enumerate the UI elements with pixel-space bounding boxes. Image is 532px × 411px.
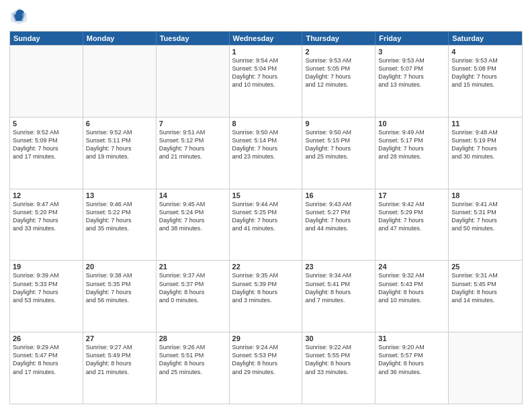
cal-cell: 25Sunrise: 9:31 AM Sunset: 5:45 PM Dayli… [449, 261, 522, 332]
day-info: Sunrise: 9:31 AM Sunset: 5:45 PM Dayligh… [451, 271, 519, 304]
day-number: 23 [305, 263, 372, 271]
day-info: Sunrise: 9:47 AM Sunset: 5:20 PM Dayligh… [13, 200, 80, 233]
header-day-monday: Monday [83, 32, 157, 45]
cal-cell: 30Sunrise: 9:22 AM Sunset: 5:55 PM Dayli… [302, 332, 375, 404]
day-info: Sunrise: 9:37 AM Sunset: 5:37 PM Dayligh… [159, 271, 226, 304]
cal-cell: 11Sunrise: 9:48 AM Sunset: 5:19 PM Dayli… [449, 118, 522, 189]
day-number: 7 [159, 120, 226, 128]
day-number: 24 [378, 263, 445, 271]
day-info: Sunrise: 9:26 AM Sunset: 5:51 PM Dayligh… [159, 343, 226, 376]
week-row-2: 12Sunrise: 9:47 AM Sunset: 5:20 PM Dayli… [10, 189, 522, 261]
day-info: Sunrise: 9:53 AM Sunset: 5:08 PM Dayligh… [451, 56, 519, 89]
cal-cell: 7Sunrise: 9:51 AM Sunset: 5:12 PM Daylig… [157, 118, 230, 189]
day-number: 2 [305, 48, 372, 56]
day-info: Sunrise: 9:46 AM Sunset: 5:22 PM Dayligh… [86, 200, 153, 233]
cal-cell [83, 46, 157, 117]
day-number: 10 [378, 120, 445, 128]
day-number: 19 [13, 263, 80, 271]
day-number: 18 [451, 191, 519, 199]
day-info: Sunrise: 9:22 AM Sunset: 5:55 PM Dayligh… [305, 343, 372, 376]
calendar-body: 1Sunrise: 9:54 AM Sunset: 5:04 PM Daylig… [10, 45, 522, 404]
cal-cell: 22Sunrise: 9:35 AM Sunset: 5:39 PM Dayli… [230, 261, 303, 332]
day-info: Sunrise: 9:51 AM Sunset: 5:12 PM Dayligh… [159, 128, 226, 161]
cal-cell: 28Sunrise: 9:26 AM Sunset: 5:51 PM Dayli… [157, 332, 230, 404]
day-number: 20 [86, 263, 153, 271]
day-info: Sunrise: 9:53 AM Sunset: 5:05 PM Dayligh… [305, 56, 372, 89]
cal-cell [157, 46, 230, 117]
cal-cell: 24Sunrise: 9:32 AM Sunset: 5:43 PM Dayli… [375, 261, 449, 332]
cal-cell: 9Sunrise: 9:50 AM Sunset: 5:15 PM Daylig… [302, 118, 375, 189]
day-number: 11 [451, 120, 519, 128]
day-info: Sunrise: 9:50 AM Sunset: 5:15 PM Dayligh… [305, 128, 372, 161]
header-day-saturday: Saturday [449, 32, 522, 45]
day-info: Sunrise: 9:20 AM Sunset: 5:57 PM Dayligh… [378, 343, 445, 376]
week-row-4: 26Sunrise: 9:29 AM Sunset: 5:47 PM Dayli… [10, 332, 522, 404]
logo-icon [9, 7, 28, 26]
page: SundayMondayTuesdayWednesdayThursdayFrid… [0, 0, 532, 411]
day-number: 8 [232, 120, 300, 128]
day-number: 25 [451, 263, 519, 271]
cal-cell: 21Sunrise: 9:37 AM Sunset: 5:37 PM Dayli… [157, 261, 230, 332]
day-number: 4 [451, 48, 519, 56]
day-info: Sunrise: 9:42 AM Sunset: 5:29 PM Dayligh… [378, 200, 445, 233]
header-day-friday: Friday [375, 32, 449, 45]
header-day-sunday: Sunday [10, 32, 83, 45]
cal-cell: 15Sunrise: 9:44 AM Sunset: 5:25 PM Dayli… [230, 189, 303, 261]
cal-cell: 20Sunrise: 9:38 AM Sunset: 5:35 PM Dayli… [83, 261, 157, 332]
cal-cell: 3Sunrise: 9:53 AM Sunset: 5:07 PM Daylig… [375, 46, 449, 117]
day-number: 12 [13, 191, 80, 199]
cal-cell: 19Sunrise: 9:39 AM Sunset: 5:33 PM Dayli… [10, 261, 83, 332]
cal-cell: 14Sunrise: 9:45 AM Sunset: 5:24 PM Dayli… [157, 189, 230, 261]
cal-cell: 16Sunrise: 9:43 AM Sunset: 5:27 PM Dayli… [302, 189, 375, 261]
cal-cell: 18Sunrise: 9:41 AM Sunset: 5:31 PM Dayli… [449, 189, 522, 261]
day-number: 21 [159, 263, 226, 271]
day-info: Sunrise: 9:34 AM Sunset: 5:41 PM Dayligh… [305, 271, 372, 304]
cal-cell: 4Sunrise: 9:53 AM Sunset: 5:08 PM Daylig… [449, 46, 522, 117]
day-number: 9 [305, 120, 372, 128]
day-info: Sunrise: 9:35 AM Sunset: 5:39 PM Dayligh… [232, 271, 300, 304]
day-info: Sunrise: 9:50 AM Sunset: 5:14 PM Dayligh… [232, 128, 300, 161]
day-info: Sunrise: 9:44 AM Sunset: 5:25 PM Dayligh… [232, 200, 300, 233]
day-number: 6 [86, 120, 153, 128]
day-info: Sunrise: 9:49 AM Sunset: 5:17 PM Dayligh… [378, 128, 445, 161]
calendar-header: SundayMondayTuesdayWednesdayThursdayFrid… [10, 32, 522, 45]
day-number: 17 [378, 191, 445, 199]
day-number: 16 [305, 191, 372, 199]
cal-cell: 13Sunrise: 9:46 AM Sunset: 5:22 PM Dayli… [83, 189, 157, 261]
cal-cell: 23Sunrise: 9:34 AM Sunset: 5:41 PM Dayli… [302, 261, 375, 332]
cal-cell: 17Sunrise: 9:42 AM Sunset: 5:29 PM Dayli… [375, 189, 449, 261]
day-number: 27 [86, 334, 153, 342]
cal-cell: 1Sunrise: 9:54 AM Sunset: 5:04 PM Daylig… [230, 46, 303, 117]
day-info: Sunrise: 9:39 AM Sunset: 5:33 PM Dayligh… [13, 271, 80, 304]
day-info: Sunrise: 9:54 AM Sunset: 5:04 PM Dayligh… [232, 56, 300, 89]
header [9, 7, 523, 26]
cal-cell: 8Sunrise: 9:50 AM Sunset: 5:14 PM Daylig… [230, 118, 303, 189]
cal-cell: 26Sunrise: 9:29 AM Sunset: 5:47 PM Dayli… [10, 332, 83, 404]
header-day-tuesday: Tuesday [157, 32, 230, 45]
week-row-1: 5Sunrise: 9:52 AM Sunset: 5:09 PM Daylig… [10, 117, 522, 189]
day-number: 28 [159, 334, 226, 342]
day-info: Sunrise: 9:27 AM Sunset: 5:49 PM Dayligh… [86, 343, 153, 376]
calendar: SundayMondayTuesdayWednesdayThursdayFrid… [9, 31, 523, 404]
day-number: 1 [232, 48, 300, 56]
cal-cell: 10Sunrise: 9:49 AM Sunset: 5:17 PM Dayli… [375, 118, 449, 189]
day-info: Sunrise: 9:52 AM Sunset: 5:11 PM Dayligh… [86, 128, 153, 161]
day-number: 29 [232, 334, 300, 342]
day-info: Sunrise: 9:53 AM Sunset: 5:07 PM Dayligh… [378, 56, 445, 89]
day-number: 31 [378, 334, 445, 342]
cal-cell [10, 46, 83, 117]
day-info: Sunrise: 9:41 AM Sunset: 5:31 PM Dayligh… [451, 200, 519, 233]
cal-cell: 5Sunrise: 9:52 AM Sunset: 5:09 PM Daylig… [10, 118, 83, 189]
cal-cell: 2Sunrise: 9:53 AM Sunset: 5:05 PM Daylig… [302, 46, 375, 117]
day-info: Sunrise: 9:48 AM Sunset: 5:19 PM Dayligh… [451, 128, 519, 161]
cal-cell: 29Sunrise: 9:24 AM Sunset: 5:53 PM Dayli… [230, 332, 303, 404]
day-info: Sunrise: 9:24 AM Sunset: 5:53 PM Dayligh… [232, 343, 300, 376]
day-number: 26 [13, 334, 80, 342]
logo [9, 7, 31, 26]
day-number: 3 [378, 48, 445, 56]
cal-cell: 31Sunrise: 9:20 AM Sunset: 5:57 PM Dayli… [375, 332, 449, 404]
day-number: 14 [159, 191, 226, 199]
day-number: 22 [232, 263, 300, 271]
day-info: Sunrise: 9:32 AM Sunset: 5:43 PM Dayligh… [378, 271, 445, 304]
day-info: Sunrise: 9:52 AM Sunset: 5:09 PM Dayligh… [13, 128, 80, 161]
